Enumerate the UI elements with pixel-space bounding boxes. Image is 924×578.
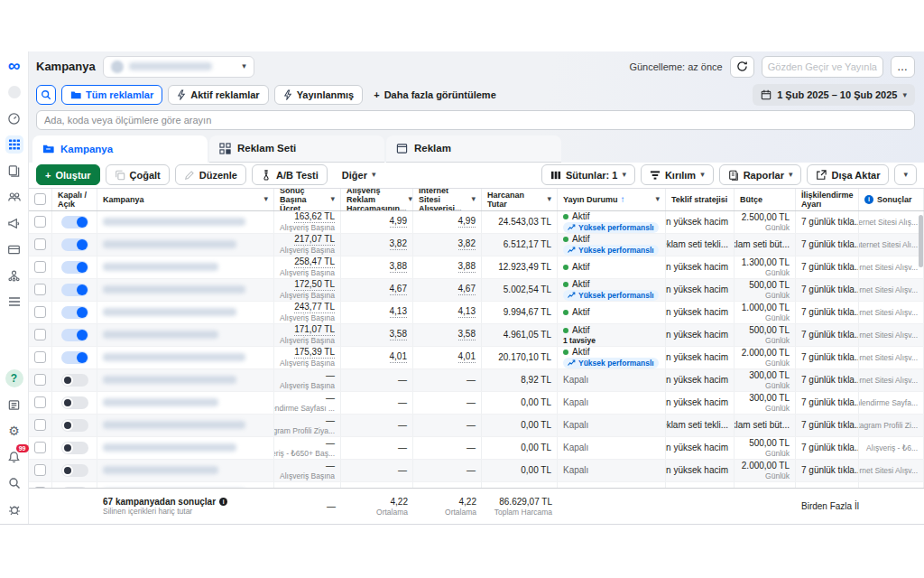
- account-avatar-icon[interactable]: [5, 83, 23, 101]
- campaign-name-blurred[interactable]: [103, 240, 236, 248]
- campaign-name-blurred[interactable]: [103, 285, 245, 294]
- help-icon[interactable]: ?: [5, 369, 23, 387]
- campaigns-table-icon[interactable]: [5, 135, 23, 154]
- campaign-toggle[interactable]: [61, 238, 88, 251]
- tab-ad[interactable]: Reklam: [386, 135, 561, 163]
- vertical-scrollbar[interactable]: [919, 215, 923, 267]
- row-checkbox[interactable]: [34, 329, 46, 340]
- summary-spent-cell: 86.629,07 TLToplam Harcama: [482, 489, 558, 524]
- campaign-toggle[interactable]: [61, 396, 88, 409]
- col-bid-strategy[interactable]: Teklif stratejisi: [666, 189, 735, 210]
- row-checkbox[interactable]: [34, 396, 46, 408]
- filter-published[interactable]: Yayınlanmış: [274, 85, 364, 105]
- events-manager-icon[interactable]: [5, 266, 23, 284]
- website-purchases-cell: 4,13: [413, 302, 482, 323]
- row-checkbox[interactable]: [34, 464, 46, 476]
- filter-active-ads[interactable]: Aktif reklamlar: [168, 85, 268, 105]
- caret-down-icon: ▾: [902, 91, 907, 99]
- campaign-toggle[interactable]: [61, 419, 88, 432]
- columns-button[interactable]: Sütunlar: 1▾: [541, 164, 635, 185]
- col-delivery[interactable]: Yayın Durumu↑▾: [558, 189, 666, 210]
- all-tools-menu-icon[interactable]: [5, 293, 23, 311]
- campaign-toggle[interactable]: [61, 216, 88, 228]
- more-options-button[interactable]: …: [891, 56, 915, 78]
- roas-cell: —: [341, 415, 413, 436]
- campaign-name-blurred[interactable]: [103, 263, 218, 271]
- campaign-toggle[interactable]: [61, 464, 88, 477]
- campaign-toggle[interactable]: [61, 284, 88, 296]
- campaign-toggle[interactable]: [61, 306, 88, 319]
- campaign-name-blurred[interactable]: [103, 331, 218, 339]
- audiences-icon[interactable]: [5, 188, 23, 206]
- overview-speedometer-icon[interactable]: [5, 109, 23, 127]
- select-all-checkbox[interactable]: [34, 193, 46, 205]
- col-attribution[interactable]: İlişkilendirme Ayarı: [796, 189, 859, 210]
- campaign-name-blurred[interactable]: [103, 308, 236, 316]
- row-checkbox[interactable]: [34, 442, 46, 453]
- billing-card-icon[interactable]: [5, 240, 23, 258]
- refresh-button[interactable]: [730, 56, 754, 78]
- account-selector[interactable]: ▾: [103, 56, 254, 78]
- row-checkbox[interactable]: [34, 351, 46, 363]
- duplicate-button[interactable]: Çoğalt: [106, 164, 170, 185]
- filter-search-button[interactable]: [36, 85, 56, 105]
- campaign-name-blurred[interactable]: [103, 218, 245, 226]
- left-sidebar: ∞ ? ⚙ 99: [0, 51, 29, 524]
- row-checkbox[interactable]: [34, 374, 46, 386]
- review-publish-button[interactable]: Gözden Geçir ve Yayınla: [762, 56, 883, 78]
- tab-adset[interactable]: Reklam Seti: [209, 135, 384, 163]
- pages-icon[interactable]: [5, 162, 23, 180]
- date-range-picker[interactable]: 1 Şub 2025 – 10 Şub 2025 ▾: [753, 84, 915, 106]
- row-checkbox[interactable]: [34, 284, 46, 295]
- create-button[interactable]: +Oluştur: [36, 164, 100, 185]
- col-budget[interactable]: Bütçe: [735, 189, 796, 210]
- edit-button[interactable]: Düzenle: [175, 164, 246, 185]
- caret-down-icon: ▾: [328, 195, 335, 203]
- table-row: 217,07 TLAlışveriş Başına 3,82 3,82 6.51…: [29, 234, 924, 256]
- campaign-toggle[interactable]: [61, 351, 88, 364]
- pencil-icon: [184, 170, 195, 181]
- col-campaign[interactable]: Kampanya▾: [97, 189, 274, 210]
- campaign-toggle[interactable]: [61, 329, 88, 341]
- row-checkbox[interactable]: [34, 261, 46, 273]
- reports-button[interactable]: Raporlar▾: [719, 164, 802, 185]
- notifications-bell-icon[interactable]: 99: [5, 448, 23, 466]
- col-roas[interactable]: Alışveriş Reklam Harcamasının...▾: [341, 189, 413, 210]
- campaign-toggle[interactable]: [61, 442, 88, 454]
- table-row: 171,07 TLAlışveriş Başına 3,58 3,58 4.96…: [29, 324, 924, 347]
- breakdown-button[interactable]: Kırılım▾: [641, 164, 714, 185]
- row-checkbox[interactable]: [34, 419, 46, 431]
- trend-up-icon: [568, 359, 576, 367]
- updates-news-icon[interactable]: [5, 396, 23, 414]
- row-checkbox[interactable]: [34, 238, 46, 250]
- settings-gear-icon[interactable]: ⚙: [5, 422, 23, 440]
- other-menu-button[interactable]: Diğer▾: [333, 164, 385, 185]
- col-amount-spent[interactable]: Harcanan Tutar▾: [482, 189, 558, 210]
- row-checkbox[interactable]: [34, 216, 46, 228]
- campaign-name-blurred[interactable]: [103, 376, 236, 384]
- meta-logo-icon[interactable]: ∞: [5, 57, 23, 75]
- campaign-name-blurred[interactable]: [103, 466, 218, 474]
- search-icon[interactable]: [5, 474, 23, 492]
- filter-all-ads[interactable]: Tüm reklamlar: [61, 85, 162, 105]
- export-button[interactable]: Dışa Aktar: [807, 164, 889, 185]
- col-results[interactable]: iSonuçlar: [859, 189, 924, 210]
- col-cost-per-result[interactable]: Sonuç Başına Ücret▾: [274, 189, 341, 210]
- ads-megaphone-icon[interactable]: [5, 214, 23, 232]
- results-cell: İnternet Sitesi Alış...: [859, 211, 924, 233]
- col-website-purchases[interactable]: İnternet Sitesi Alışverişi...▾: [413, 189, 482, 210]
- bug-report-icon[interactable]: [5, 500, 23, 518]
- export-options-button[interactable]: ▾: [894, 164, 917, 185]
- more-views-button[interactable]: +Daha fazla görüntüleme: [368, 89, 502, 100]
- amount-spent-cell: 0,00 TL: [482, 392, 558, 414]
- campaign-toggle[interactable]: [61, 374, 88, 387]
- campaign-name-blurred[interactable]: [103, 398, 218, 406]
- ab-test-button[interactable]: A/B Testi: [252, 164, 328, 185]
- campaign-toggle[interactable]: [61, 261, 88, 274]
- row-checkbox[interactable]: [34, 306, 46, 318]
- campaign-name-blurred[interactable]: [103, 421, 245, 429]
- tab-campaign[interactable]: Kampanya: [32, 135, 208, 163]
- campaign-name-blurred[interactable]: [103, 353, 245, 361]
- search-input[interactable]: [36, 110, 915, 130]
- campaign-name-blurred[interactable]: [103, 443, 236, 452]
